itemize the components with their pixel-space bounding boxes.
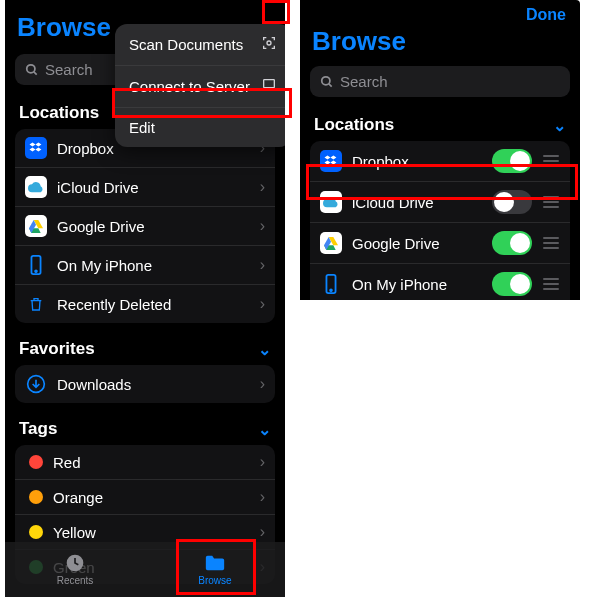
row-label: Google Drive [352,235,482,252]
page-title: Browse [312,26,406,57]
menu-connect-to-server[interactable]: Connect to Server [115,66,285,108]
location-onmyiphone[interactable]: On My iPhone › [15,246,275,285]
locations-list: Dropbox › iCloud Drive › Google Drive › [15,129,275,323]
row-label: Orange [53,489,250,506]
context-menu: Scan Documents Connect to Server Edit [115,24,285,147]
search-icon [25,63,39,77]
row-label: Yellow [53,524,250,541]
locations-header-row[interactable]: Locations ⌄ [300,107,580,141]
reorder-handle[interactable] [542,155,560,167]
favorites-list: Downloads › [15,365,275,403]
chevron-right-icon: › [260,256,265,274]
row-label: iCloud Drive [57,179,250,196]
search-field[interactable]: Search [310,66,570,97]
dropbox-icon [25,137,47,159]
location-icloud[interactable]: iCloud Drive › [15,168,275,207]
location-googledrive: Google Drive [310,223,570,264]
icloud-icon [25,176,47,198]
search-placeholder: Search [340,73,388,90]
tab-bar: Recents Browse [5,542,285,597]
chevron-right-icon: › [260,523,265,541]
svg-point-3 [35,270,37,272]
scan-icon [261,35,277,54]
tag-red[interactable]: Red › [15,445,275,480]
location-icloud: iCloud Drive [310,182,570,223]
chevron-right-icon: › [260,453,265,471]
iphone-icon [25,254,47,276]
page-title: Browse [17,12,111,43]
menu-edit[interactable]: Edit [115,108,285,147]
tab-browse[interactable]: Browse [145,542,285,597]
chevron-right-icon: › [260,178,265,196]
location-dropbox: Dropbox [310,141,570,182]
icloud-icon [320,191,342,213]
svg-rect-7 [264,80,275,88]
locations-edit-list: Dropbox iCloud Drive Google Drive [310,141,570,300]
svg-point-0 [27,64,35,72]
done-button[interactable]: Done [526,6,566,24]
chevron-down-icon: ⌄ [258,340,271,359]
locations-header: Locations [314,115,394,135]
favorites-header-row[interactable]: Favorites ⌄ [5,331,285,365]
tag-orange[interactable]: Orange › [15,480,275,515]
row-label: Recently Deleted [57,296,250,313]
row-label: On My iPhone [352,276,482,293]
toggle-dropbox[interactable] [492,149,532,173]
googledrive-icon [25,215,47,237]
chevron-right-icon: › [260,488,265,506]
tab-recents[interactable]: Recents [5,542,145,597]
tag-dot-orange [29,490,43,504]
clock-icon [64,553,86,573]
favorites-header: Favorites [19,339,95,359]
location-googledrive[interactable]: Google Drive › [15,207,275,246]
menu-label: Edit [129,119,155,136]
menu-label: Connect to Server [129,78,250,95]
toggle-icloud[interactable] [492,190,532,214]
chevron-right-icon: › [260,295,265,313]
chevron-down-icon: ⌄ [258,420,271,439]
iphone-icon [320,273,342,295]
svg-point-11 [330,289,332,291]
reorder-handle[interactable] [542,278,560,290]
reorder-handle[interactable] [542,196,560,208]
row-label: Dropbox [352,153,482,170]
chevron-right-icon: › [260,375,265,393]
tab-label: Recents [57,575,94,586]
svg-point-6 [267,41,271,45]
googledrive-icon [320,232,342,254]
phone-left: Browse Search Locations Dropbox › [5,0,285,597]
tag-dot-yellow [29,525,43,539]
toggle-onmyiphone[interactable] [492,272,532,296]
tab-label: Browse [198,575,231,586]
server-icon [261,77,277,96]
row-label: Downloads [57,376,250,393]
tags-header-row[interactable]: Tags ⌄ [5,411,285,445]
tags-header: Tags [19,419,57,439]
downloads-icon [25,373,47,395]
search-placeholder: Search [45,61,93,78]
svg-line-1 [34,71,37,74]
toggle-googledrive[interactable] [492,231,532,255]
menu-scan-documents[interactable]: Scan Documents [115,24,285,66]
trash-icon [25,293,47,315]
search-icon [320,75,334,89]
location-onmyiphone: On My iPhone [310,264,570,300]
row-label: Google Drive [57,218,250,235]
chevron-right-icon: › [260,217,265,235]
row-label: On My iPhone [57,257,250,274]
phone-right: Done Browse Search Locations ⌄ Dropbox [300,0,580,300]
dropbox-icon [320,150,342,172]
row-label: iCloud Drive [352,194,482,211]
tag-dot-red [29,455,43,469]
locations-header: Locations [19,103,99,123]
header: Browse [300,24,580,62]
menu-label: Scan Documents [129,36,243,53]
folder-icon [204,553,226,573]
row-label: Red [53,454,250,471]
reorder-handle[interactable] [542,237,560,249]
chevron-down-icon: ⌄ [553,116,566,135]
svg-line-9 [329,83,332,86]
svg-point-8 [322,76,330,84]
location-recentlydeleted[interactable]: Recently Deleted › [15,285,275,323]
favorite-downloads[interactable]: Downloads › [15,365,275,403]
